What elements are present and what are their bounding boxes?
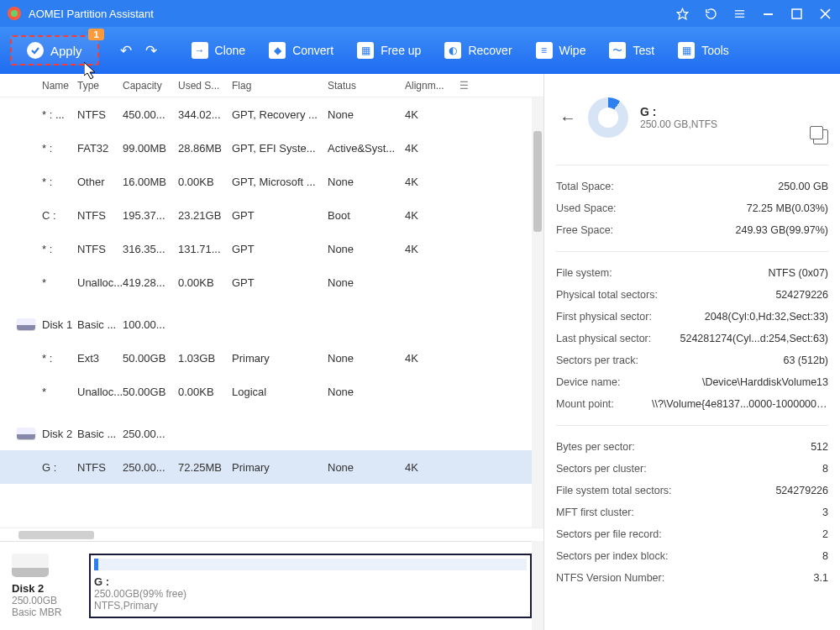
toolbar-free-up[interactable]: ▦Free up xyxy=(349,37,429,64)
info-row: Total Space:250.00 GB xyxy=(556,176,828,197)
star-icon[interactable] xyxy=(674,5,690,22)
info-row: Sectors per cluster:8 xyxy=(556,458,828,480)
info-row: Last physical sector:524281274(Cyl...d:2… xyxy=(556,328,828,349)
col-type[interactable]: Type xyxy=(77,80,123,92)
info-drive-sub: 250.00 GB,NTFS xyxy=(640,118,717,130)
apply-label: Apply xyxy=(50,44,82,58)
partition-row[interactable]: * :Other16.00MB0.00KBGPT, Microsoft ...N… xyxy=(0,165,543,198)
menu-icon[interactable] xyxy=(731,5,748,22)
horizontal-scrollbar[interactable] xyxy=(0,528,543,541)
grid-body[interactable]: * : ...NTFS450.00...344.02...GPT, Recove… xyxy=(0,97,543,528)
col-capacity[interactable]: Capacity xyxy=(123,80,178,92)
col-flag[interactable]: Flag xyxy=(232,80,328,92)
disk-detail-panel: Disk 2 250.00GB Basic MBR G : 250.00GB(9… xyxy=(0,541,543,630)
tool-icon: ◆ xyxy=(269,42,286,59)
disk-row[interactable]: Disk 1Basic ...100.00... xyxy=(0,307,543,341)
partition-row[interactable]: C :NTFS195.37...23.21GBGPTBoot4K xyxy=(0,198,543,232)
usage-pie-icon xyxy=(588,97,628,138)
disk-row[interactable]: Disk 2Basic ...250.00... xyxy=(0,417,543,450)
info-row: Used Space:72.25 MB(0.03%) xyxy=(556,197,828,219)
check-icon xyxy=(27,42,44,59)
svg-marker-2 xyxy=(677,8,688,19)
toolbar-clone[interactable]: →Clone xyxy=(183,37,255,64)
vertical-scrollbar[interactable] xyxy=(532,97,543,630)
toolbar-recover[interactable]: ◐Recover xyxy=(436,37,520,64)
partition-row[interactable]: *Unalloc...50.00GB0.00KBLogicalNone xyxy=(0,375,543,408)
info-drive-letter: G : xyxy=(640,105,717,118)
info-panel: ← G : 250.00 GB,NTFS Total Space:250.00 … xyxy=(544,74,840,630)
refresh-icon[interactable] xyxy=(702,5,719,22)
apply-badge: 1 xyxy=(88,29,103,40)
undo-redo: ↶ ↷ xyxy=(118,42,160,60)
window-controls xyxy=(674,5,833,22)
disk-detail-name: Disk 2 xyxy=(12,582,79,595)
partition-row[interactable]: * :Ext350.00GB1.03GBPrimaryNone4K xyxy=(0,341,543,375)
info-row: MFT first cluster:3 xyxy=(556,501,828,523)
close-button[interactable] xyxy=(816,5,833,22)
svg-point-1 xyxy=(11,10,18,17)
info-row: Sectors per file record:2 xyxy=(556,523,828,545)
info-row: Bytes per sector:512 xyxy=(556,436,828,458)
toolbar-convert[interactable]: ◆Convert xyxy=(260,37,342,64)
info-row: Physical total sectors:524279226 xyxy=(556,284,828,306)
info-row: Sectors per track:63 (512b) xyxy=(556,349,828,371)
toolbar: 1 Apply ↶ ↷ →Clone◆Convert▦Free up◐Recov… xyxy=(0,27,840,74)
toolbar-tools[interactable]: ▦Tools xyxy=(669,37,738,64)
col-alignment[interactable]: Alignm... xyxy=(405,80,455,92)
partition-row[interactable]: * :FAT3299.00MB28.86MBGPT, EFI Syste...A… xyxy=(0,131,543,165)
partition-row[interactable]: * :NTFS316.35...131.71...GPTNone4K xyxy=(0,232,543,265)
info-row: Device name:\Device\HarddiskVolume13 xyxy=(556,371,828,393)
tool-icon: ▦ xyxy=(357,42,374,59)
info-row: File system total sectors:524279226 xyxy=(556,480,828,501)
partition-row[interactable]: *Unalloc...419.28...0.00KBGPTNone xyxy=(0,265,543,299)
app-title: AOMEI Partition Assistant xyxy=(29,8,674,20)
info-row: Free Space:249.93 GB(99.97%) xyxy=(556,219,828,241)
toolbar-wipe[interactable]: ≡Wipe xyxy=(528,37,595,64)
partition-bar-info1: 250.00GB(99% free) xyxy=(94,588,527,600)
disk-icon xyxy=(17,318,35,330)
titlebar: AOMEI Partition Assistant xyxy=(0,0,840,27)
copy-icon[interactable] xyxy=(813,129,828,144)
tool-icon: 〜 xyxy=(609,42,626,59)
tool-icon: ▦ xyxy=(678,42,695,59)
partition-bar[interactable]: G : 250.00GB(99% free) NTFS,Primary xyxy=(89,554,532,618)
apply-button[interactable]: 1 Apply xyxy=(10,35,99,66)
col-name[interactable]: Name xyxy=(0,80,77,92)
svg-rect-7 xyxy=(792,9,801,18)
app-icon xyxy=(7,6,22,21)
info-row: Sectors per index block:8 xyxy=(556,545,828,567)
partition-row[interactable]: * : ...NTFS450.00...344.02...GPT, Recove… xyxy=(0,97,543,131)
partition-list-panel: Name Type Capacity Used S... Flag Status… xyxy=(0,74,544,630)
partition-row[interactable]: G :NTFS250.00...72.25MBPrimaryNone4K xyxy=(0,450,543,484)
column-menu-icon[interactable]: ☰ xyxy=(455,80,472,92)
partition-bar-name: G : xyxy=(94,575,527,588)
back-button[interactable]: ← xyxy=(559,108,576,128)
tool-icon: ≡ xyxy=(536,42,553,59)
col-status[interactable]: Status xyxy=(328,80,405,92)
maximize-button[interactable] xyxy=(788,5,805,22)
tool-icon: → xyxy=(192,42,208,59)
disk-detail-size: 250.00GB xyxy=(12,595,79,606)
info-row: File system:NTFS (0x07) xyxy=(556,262,828,284)
disk-icon xyxy=(12,554,49,577)
info-row: First physical sector:2048(Cyl:0,Hd:32,S… xyxy=(556,306,828,328)
col-used[interactable]: Used S... xyxy=(178,80,232,92)
toolbar-test[interactable]: 〜Test xyxy=(601,37,663,64)
info-row: Mount point:\\?\Volume{4e8137...0000-100… xyxy=(556,393,828,415)
disk-icon xyxy=(17,428,35,439)
tool-icon: ◐ xyxy=(444,42,461,59)
info-row: NTFS Version Number:3.1 xyxy=(556,567,828,589)
grid-header: Name Type Capacity Used S... Flag Status… xyxy=(0,74,543,97)
minimize-button[interactable] xyxy=(759,5,776,22)
disk-detail-type: Basic MBR xyxy=(12,606,79,618)
undo-button[interactable]: ↶ xyxy=(118,42,134,60)
partition-bar-info2: NTFS,Primary xyxy=(94,600,527,612)
redo-button[interactable]: ↷ xyxy=(143,42,160,60)
